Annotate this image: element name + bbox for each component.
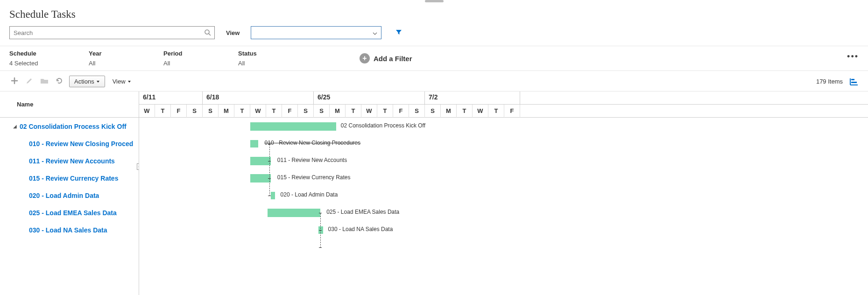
toolbar: Actions View 179 Items	[0, 71, 868, 91]
svg-point-0	[205, 30, 209, 34]
gantt-row: 025 - Load EMEA Sales Data	[139, 204, 868, 221]
actions-menu-button[interactable]: Actions	[69, 76, 105, 87]
folder-icon[interactable]	[39, 77, 49, 85]
search-icon[interactable]	[204, 29, 212, 38]
filters-bar: Schedule 4 Selected Year All Period All …	[0, 46, 868, 71]
gantt-bar[interactable]	[268, 209, 320, 217]
view-menu-button[interactable]: View	[110, 76, 134, 87]
gantt-row: 010 - Review New Closing Procedures	[139, 135, 868, 152]
task-link[interactable]: 030 - Load NA Sales Data	[29, 226, 107, 234]
task-link[interactable]: 020 - Load Admin Data	[29, 192, 99, 199]
dependency-tick	[268, 161, 271, 162]
day-header-cell: S	[425, 105, 441, 118]
week-header-cell: 6/11	[139, 91, 203, 104]
task-link[interactable]: 015 - Review Currency Rates	[29, 175, 118, 182]
view-select[interactable]	[251, 26, 381, 39]
caret-down-icon	[96, 78, 100, 85]
gantt-bar-label: 015 - Review Currency Rates	[277, 174, 351, 181]
gantt-row: 030 - Load NA Sales Data	[139, 221, 868, 239]
filter-schedule[interactable]: Schedule 4 Selected	[9, 50, 89, 67]
gantt-bar-label: 030 - Load NA Sales Data	[328, 226, 393, 232]
filter-status[interactable]: Status All	[238, 50, 303, 67]
filter-period-value: All	[163, 60, 219, 67]
tree-header-name[interactable]: Name	[0, 91, 139, 118]
task-tree-row[interactable]: ◢02 Consolidation Process Kick Off	[0, 118, 139, 135]
filter-year-label: Year	[89, 50, 145, 57]
gantt-bar-label: 025 - Load EMEA Sales Data	[326, 209, 399, 215]
dependency-tick	[268, 178, 271, 179]
task-tree-row[interactable]: 030 - Load NA Sales Data	[0, 221, 139, 239]
add-filter-button[interactable]: + Add a Filter	[360, 53, 412, 63]
day-header-cell: M	[441, 105, 457, 118]
view-label: View	[226, 29, 240, 36]
filter-icon[interactable]	[395, 29, 402, 37]
day-header-cell: T	[488, 105, 504, 118]
day-header-cell: W	[139, 105, 155, 118]
filter-schedule-label: Schedule	[9, 50, 70, 57]
edit-icon[interactable]	[24, 77, 35, 86]
more-menu-icon[interactable]: •••	[847, 52, 859, 62]
gantt-row: 011 - Review New Accounts	[139, 152, 868, 169]
search-field-wrap[interactable]	[9, 26, 215, 39]
gantt-bar[interactable]	[271, 192, 275, 199]
day-header-cell: S	[314, 105, 330, 118]
dependency-line	[269, 144, 270, 196]
filter-schedule-value: 4 Selected	[9, 60, 70, 67]
task-tree-row[interactable]: 015 - Review Currency Rates	[0, 169, 139, 187]
caret-down-icon	[127, 78, 131, 85]
gantt-bar[interactable]	[250, 122, 336, 131]
task-tree-row[interactable]: 025 - Load EMEA Sales Data	[0, 204, 139, 221]
gantt-bar-label: 011 - Review New Accounts	[277, 157, 347, 163]
day-header-cell: T	[155, 105, 171, 118]
day-header-cell: F	[393, 105, 409, 118]
day-header-cell: W	[361, 105, 377, 118]
add-filter-label: Add a Filter	[374, 55, 412, 63]
day-header-cell: F	[504, 105, 520, 118]
week-header-cell: 6/18	[203, 91, 314, 104]
task-tree-row[interactable]: 010 - Review New Closing Proced	[0, 135, 139, 152]
refresh-icon[interactable]	[54, 77, 64, 86]
actions-label: Actions	[74, 78, 94, 85]
dependency-tick	[319, 247, 322, 248]
day-header-cell: M	[330, 105, 346, 118]
page-title: Schedule Tasks	[9, 8, 868, 21]
gantt-bar[interactable]	[250, 140, 258, 148]
drag-handle[interactable]	[425, 0, 444, 2]
filter-year-value: All	[89, 60, 145, 67]
chevron-down-icon	[373, 30, 377, 37]
day-header-cell: S	[203, 105, 219, 118]
gantt-row: 020 - Load Admin Data	[139, 187, 868, 204]
dependency-tick	[268, 196, 271, 196]
day-header-cell: T	[457, 105, 473, 118]
week-header-cell: 6/25	[314, 91, 425, 104]
expand-icon[interactable]: ◢	[13, 124, 17, 129]
task-link[interactable]: 010 - Review New Closing Proced	[29, 140, 133, 148]
task-link[interactable]: 02 Consolidation Process Kick Off	[20, 123, 127, 130]
add-icon[interactable]	[9, 77, 20, 86]
task-tree-row[interactable]: 020 - Load Admin Data	[0, 187, 139, 204]
gantt-view-icon[interactable]	[849, 77, 859, 86]
view-menu-label: View	[113, 78, 126, 85]
search-input[interactable]	[10, 27, 214, 39]
task-link[interactable]: 025 - Load EMEA Sales Data	[29, 209, 117, 217]
week-header-cell: 7/2	[425, 91, 520, 104]
filter-period[interactable]: Period All	[163, 50, 238, 67]
gantt-panel: 6/116/186/257/2 WTFSSMTWTFSSMTWTFSSMTWTF…	[139, 91, 868, 295]
task-link[interactable]: 011 - Review New Accounts	[29, 157, 115, 165]
dependency-tick	[268, 144, 271, 144]
gantt-row: 015 - Review Currency Rates	[139, 169, 868, 187]
day-header-cell: W	[250, 105, 266, 118]
gantt-bar-label: 020 - Load Admin Data	[281, 191, 338, 198]
day-header-cell: M	[219, 105, 234, 118]
svg-line-1	[209, 34, 211, 35]
filter-status-label: Status	[238, 50, 285, 57]
task-tree-row[interactable]: 011 - Review New Accounts	[0, 152, 139, 169]
filter-year[interactable]: Year All	[89, 50, 163, 67]
day-header-cell: S	[298, 105, 314, 118]
plus-circle-icon: +	[360, 53, 370, 63]
gantt-bar-label: 02 Consolidation Process Kick Off	[341, 122, 425, 129]
svg-rect-4	[851, 79, 854, 80]
day-header-cell: W	[473, 105, 488, 118]
dependency-tick	[319, 230, 322, 231]
dependency-line	[320, 213, 321, 248]
